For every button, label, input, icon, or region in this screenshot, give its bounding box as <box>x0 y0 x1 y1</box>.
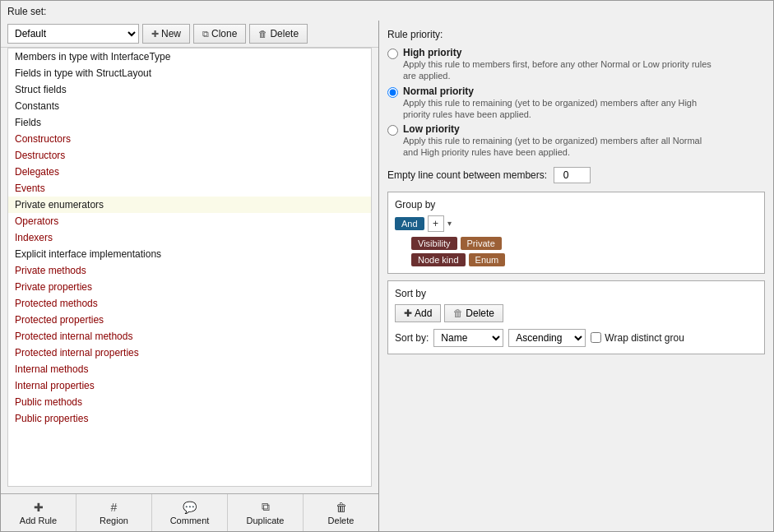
dropdown-arrow[interactable]: ▾ <box>447 219 452 228</box>
list-item[interactable]: Public methods <box>8 394 371 410</box>
duplicate-button[interactable]: ⧉ Duplicate <box>228 494 304 531</box>
add-condition-button[interactable]: + <box>428 215 444 232</box>
sort-delete-icon: 🗑 <box>453 308 463 319</box>
sort-row: Sort by: Name Visibility Node kind Ascen… <box>395 329 758 347</box>
empty-line-input[interactable] <box>554 167 591 183</box>
visibility-tag[interactable]: Visibility <box>411 237 457 250</box>
conditions-list: Visibility Private Node kind Enum <box>395 237 758 266</box>
low-priority-row: Low priority Apply this rule to remainin… <box>387 123 765 159</box>
region-icon: # <box>111 501 118 514</box>
low-priority-radio[interactable] <box>387 125 398 136</box>
priority-title: Rule priority: <box>387 29 765 40</box>
delete-button[interactable]: 🗑 Delete <box>249 24 308 44</box>
low-priority-label: Low priority <box>403 123 716 135</box>
high-priority-label: High priority <box>403 47 716 58</box>
sort-by-title: Sort by <box>395 288 758 299</box>
condition-row-1: Node kind Enum <box>411 253 758 266</box>
sort-toolbar: ✚ Add 🗑 Delete <box>395 304 758 322</box>
list-item[interactable]: Operators <box>8 213 371 229</box>
duplicate-icon: ⧉ <box>262 500 270 514</box>
empty-line-label: Empty line count between members: <box>387 169 547 181</box>
and-tag: And <box>395 217 424 230</box>
right-panel: Rule priority: High priority Apply this … <box>379 21 773 531</box>
list-item[interactable]: Private enumerators <box>8 197 371 213</box>
normal-priority-label: Normal priority <box>403 86 716 97</box>
normal-priority-desc: Apply this rule to remaining (yet to be … <box>403 97 716 121</box>
delete-rule-icon: 🗑 <box>336 501 347 514</box>
rule-list[interactable]: Members in type with InterfaceTypeFields… <box>7 48 372 487</box>
list-item[interactable]: Fields in type with StructLayout <box>8 65 371 81</box>
list-item[interactable]: Events <box>8 180 371 197</box>
delete-rule-button[interactable]: 🗑 Delete <box>304 494 378 531</box>
list-item[interactable]: Delegates <box>8 164 371 180</box>
group-by-box: Group by And + ▾ Visibility Private Node… <box>387 192 765 274</box>
list-item[interactable]: Fields <box>8 114 371 131</box>
sort-name-select[interactable]: Name Visibility Node kind <box>433 329 503 347</box>
clone-icon: ⧉ <box>202 29 209 39</box>
list-item[interactable]: Private methods <box>8 262 371 279</box>
clone-button[interactable]: ⧉ Clone <box>193 24 246 44</box>
wrap-checkbox-label: Wrap distinct grou <box>591 332 684 344</box>
list-item[interactable]: Explicit interface implementations <box>8 246 371 262</box>
rule-set-label: Rule set: <box>7 6 46 17</box>
new-icon: ✚ <box>151 29 159 39</box>
private-tag[interactable]: Private <box>461 237 502 250</box>
list-item[interactable]: Protected properties <box>8 312 371 328</box>
normal-priority-radio[interactable] <box>387 87 398 98</box>
rule-set-dropdown[interactable]: Default <box>7 24 139 44</box>
sort-add-icon: ✚ <box>404 308 412 319</box>
list-item[interactable]: Struct fields <box>8 81 371 98</box>
condition-row-0: Visibility Private <box>411 237 758 250</box>
group-by-title: Group by <box>395 199 758 210</box>
bottom-toolbar: ✚ Add Rule # Region 💬 Comment ⧉ Duplicat… <box>1 493 378 531</box>
and-row: And + ▾ <box>395 215 758 232</box>
wrap-checkbox[interactable] <box>591 332 601 343</box>
list-item[interactable]: Private properties <box>8 279 371 295</box>
enum-tag[interactable]: Enum <box>469 253 506 266</box>
list-item[interactable]: Indexers <box>8 229 371 246</box>
delete-icon: 🗑 <box>258 29 267 39</box>
list-item[interactable]: Constructors <box>8 131 371 147</box>
region-button[interactable]: # Region <box>76 494 152 531</box>
list-item[interactable]: Internal properties <box>8 377 371 394</box>
plus-icon: + <box>433 218 438 229</box>
normal-priority-row: Normal priority Apply this rule to remai… <box>387 86 765 121</box>
sort-add-button[interactable]: ✚ Add <box>395 304 441 322</box>
low-priority-desc: Apply this rule to remaining (yet to be … <box>403 135 716 159</box>
list-item[interactable]: Members in type with InterfaceType <box>8 49 371 65</box>
high-priority-desc: Apply this rule to members first, before… <box>403 58 716 82</box>
high-priority-row: High priority Apply this rule to members… <box>387 47 765 82</box>
sort-order-select[interactable]: Ascending Descending <box>508 329 586 347</box>
comment-button[interactable]: 💬 Comment <box>152 494 228 531</box>
add-rule-button[interactable]: ✚ Add Rule <box>1 494 76 531</box>
sort-by-label: Sort by: <box>395 332 429 344</box>
list-item[interactable]: Destructors <box>8 147 371 164</box>
list-item[interactable]: Internal methods <box>8 361 371 377</box>
list-item[interactable]: Protected internal methods <box>8 328 371 345</box>
new-button[interactable]: ✚ New <box>142 24 190 44</box>
empty-line-row: Empty line count between members: <box>387 167 765 183</box>
list-item[interactable]: Public properties <box>8 410 371 427</box>
list-item[interactable]: Protected methods <box>8 295 371 312</box>
list-item[interactable]: Protected internal properties <box>8 345 371 361</box>
list-item[interactable]: Constants <box>8 98 371 114</box>
nodekind-tag[interactable]: Node kind <box>411 253 466 266</box>
sort-delete-button[interactable]: 🗑 Delete <box>444 304 503 322</box>
comment-icon: 💬 <box>183 501 197 514</box>
sort-by-box: Sort by ✚ Add 🗑 Delete Sort by: Name <box>387 280 765 354</box>
priority-group: High priority Apply this rule to members… <box>387 47 765 159</box>
high-priority-radio[interactable] <box>387 49 398 59</box>
add-rule-icon: ✚ <box>34 501 44 514</box>
